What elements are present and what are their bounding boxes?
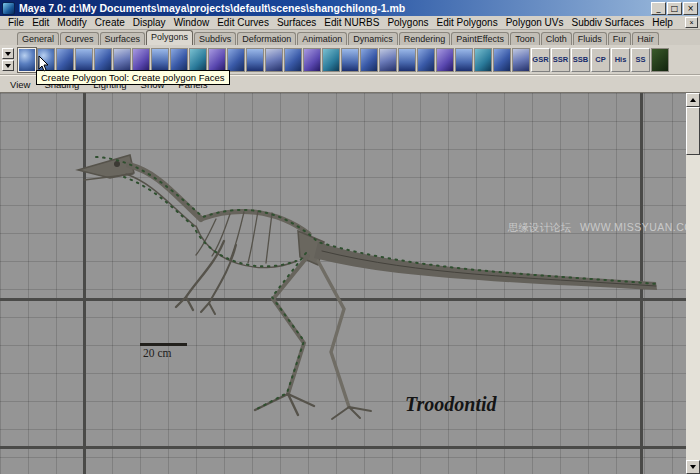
maximize-button[interactable]: □ (667, 2, 682, 15)
polygon-cone-icon[interactable] (94, 48, 112, 72)
create-polygon-tool-icon[interactable] (18, 48, 36, 72)
shelf-tab-toon[interactable]: Toon (510, 32, 540, 45)
sculpt-polygon-tool-icon[interactable] (512, 48, 530, 72)
polygon-plane-icon[interactable] (113, 48, 131, 72)
menu-subdiv-surfaces[interactable]: Subdiv Surfaces (567, 17, 648, 28)
menu-file[interactable]: File (4, 17, 28, 28)
viewport[interactable]: 20 cm Troodontid 思缘设计论坛 WWW.MISSYUAN.COM (0, 93, 686, 474)
arrow-up-icon (690, 98, 696, 102)
specimen-caption: Troodontid (405, 393, 497, 416)
scroll-down-button[interactable] (686, 460, 700, 474)
chevron-down-icon (5, 64, 11, 68)
reduce-polygon-icon[interactable] (246, 48, 264, 72)
wedge-faces-icon[interactable] (341, 48, 359, 72)
arrow-down-icon (690, 465, 696, 469)
maya-window: Maya 7.0: d:\My Documents\maya\projects\… (0, 0, 700, 474)
shelf-tab-polygons[interactable]: Polygons (146, 30, 193, 45)
shelf-tab-general[interactable]: General (17, 32, 59, 45)
scale-bar (140, 343, 187, 346)
window-controls: _ □ × (651, 2, 698, 15)
shelf-tab-subdivs[interactable]: Subdivs (194, 32, 236, 45)
shelf-button-his[interactable]: His (611, 48, 630, 72)
maya-app-icon (2, 2, 15, 15)
shelf-tab-dynamics[interactable]: Dynamics (348, 32, 398, 45)
menu-window[interactable]: Window (170, 17, 214, 28)
quadrangulate-icon[interactable] (493, 48, 511, 72)
shelf-tab-painteffects[interactable]: PaintEffects (451, 32, 509, 45)
shelf-button-ss[interactable]: SS (631, 48, 650, 72)
menu-help[interactable]: Help (648, 17, 677, 28)
panel-menu-view[interactable]: View (4, 79, 36, 90)
menu-create[interactable]: Create (91, 17, 129, 28)
smooth-polygon-icon[interactable] (227, 48, 245, 72)
watermark-url: WWW.MISSYUAN.COM (580, 221, 686, 233)
shelf-tab-surfaces[interactable]: Surfaces (100, 32, 146, 45)
shelf-tab-cloth[interactable]: Cloth (541, 32, 572, 45)
watermark-chinese: 思缘设计论坛 (508, 221, 571, 233)
combine-polygons-icon[interactable] (265, 48, 283, 72)
shelf-tab-rendering[interactable]: Rendering (399, 32, 451, 45)
shelf-tabs-bar: General Curves Surfaces Polygons Subdivs… (0, 30, 700, 45)
scrollbar-thumb[interactable] (686, 107, 700, 155)
troodontid-skeleton-image (0, 93, 686, 474)
polygon-torus-icon[interactable] (132, 48, 150, 72)
split-polygon-tool-icon[interactable] (379, 48, 397, 72)
menu-edit-nurbs[interactable]: Edit NURBS (320, 17, 383, 28)
vertical-scrollbar[interactable] (686, 93, 700, 474)
shelf-tab-deformation[interactable]: Deformation (237, 32, 296, 45)
chevron-down-icon (5, 52, 11, 56)
mirror-geometry-icon[interactable] (284, 48, 302, 72)
menu-polygon-uvs[interactable]: Polygon UVs (502, 17, 568, 28)
scroll-up-button[interactable] (686, 93, 700, 107)
polygon-cylinder-icon[interactable] (75, 48, 93, 72)
minimize-button[interactable]: _ (651, 2, 666, 15)
tooltip: Create Polygon Tool: Create polygon Face… (36, 70, 230, 85)
shelf-icons: GSR SSR SSB CP His SS (18, 48, 669, 72)
polygon-prism-icon[interactable] (151, 48, 169, 72)
child-close-button[interactable]: × (685, 17, 698, 28)
watermark: 思缘设计论坛 WWW.MISSYUAN.COM (508, 221, 686, 235)
scale-bar-label: 20 cm (143, 347, 171, 359)
extrude-edge-icon[interactable] (322, 48, 340, 72)
append-polygon-tool-icon[interactable] (398, 48, 416, 72)
shelf-menu-button[interactable] (2, 60, 14, 71)
mouse-cursor-icon (38, 55, 50, 73)
polygon-helix-icon[interactable] (208, 48, 226, 72)
menu-edit-polygons[interactable]: Edit Polygons (433, 17, 502, 28)
shelf-button-cp[interactable]: CP (591, 48, 610, 72)
shelf-tab-selector-button[interactable] (2, 48, 14, 59)
cut-faces-tool-icon[interactable] (417, 48, 435, 72)
menu-edit-curves[interactable]: Edit Curves (213, 17, 273, 28)
shelf-button-ssr[interactable]: SSR (551, 48, 570, 72)
window-title: Maya 7.0: d:\My Documents\maya\projects\… (19, 2, 651, 14)
subdivide-polygon-icon[interactable] (455, 48, 473, 72)
shelf-tab-animation[interactable]: Animation (297, 32, 347, 45)
shelf-tab-hair[interactable]: Hair (632, 32, 659, 45)
shelf-button-ssb[interactable]: SSB (571, 48, 590, 72)
shelf-arrow-buttons (0, 48, 16, 71)
menu-polygons[interactable]: Polygons (383, 17, 432, 28)
shelf-button-gsr[interactable]: GSR (531, 48, 550, 72)
polygon-pyramid-icon[interactable] (170, 48, 188, 72)
shelf-tab-fluids[interactable]: Fluids (573, 32, 607, 45)
menu-surfaces[interactable]: Surfaces (273, 17, 320, 28)
merge-vertices-icon[interactable] (360, 48, 378, 72)
poke-faces-icon[interactable] (436, 48, 454, 72)
menu-bar: File Edit Modify Create Display Window E… (0, 16, 700, 30)
triangulate-icon[interactable] (474, 48, 492, 72)
extrude-face-icon[interactable] (303, 48, 321, 72)
menu-edit[interactable]: Edit (28, 17, 53, 28)
close-button[interactable]: × (683, 2, 698, 15)
title-bar: Maya 7.0: d:\My Documents\maya\projects\… (0, 0, 700, 16)
shelf-tab-fur[interactable]: Fur (608, 32, 632, 45)
shelf-tab-curves[interactable]: Curves (60, 32, 99, 45)
menu-modify[interactable]: Modify (53, 17, 90, 28)
polygon-pipe-icon[interactable] (189, 48, 207, 72)
menu-display[interactable]: Display (129, 17, 170, 28)
paint-effects-icon[interactable] (651, 48, 669, 72)
polygon-cube-icon[interactable] (56, 48, 74, 72)
